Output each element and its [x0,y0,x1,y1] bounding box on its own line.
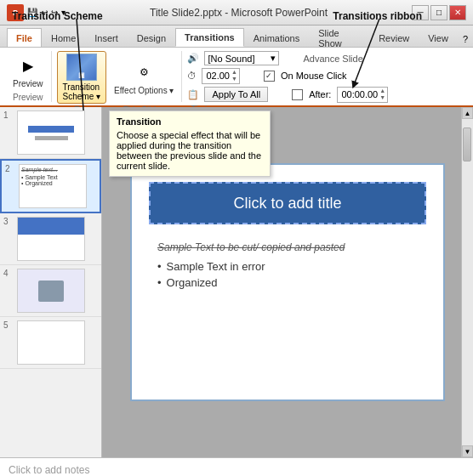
slide-panel: 1 2 Sample text... • Sample Text • Organ… [0,107,102,457]
close-button[interactable]: ✕ [449,5,466,20]
slide-title-placeholder: Click to add title [233,195,341,212]
office-logo: P [7,4,24,21]
scroll-up-button[interactable]: ▲ [462,107,473,119]
after-spinner[interactable]: ▲ ▼ [379,88,385,102]
after-down[interactable]: ▼ [379,94,385,101]
window-controls: ─ □ ✕ [412,5,466,20]
main-area: 1 2 Sample text... • Sample Text • Organ… [0,107,473,457]
undo-icon[interactable]: ↩ [41,8,48,17]
duration-up[interactable]: ▲ [231,69,237,76]
sound-icon: 🔊 [187,53,199,64]
apply-to-all-button[interactable]: Apply To All [204,87,268,102]
duration-input[interactable]: 02.00 ▲ ▼ [202,68,239,84]
save-icon[interactable]: 💾 [27,8,37,17]
redo-icon[interactable]: ↪ [51,8,58,17]
scroll-down-button[interactable]: ▼ [462,445,473,457]
slide-thumb-4[interactable]: 4 [0,265,101,317]
title-bar: P 💾 ↩ ↪ ▾ Title Slide2.pptx - Microsoft … [0,0,473,26]
on-mouse-click-checkbox[interactable] [264,71,275,82]
minimize-button[interactable]: ─ [412,5,429,20]
tab-file[interactable]: File [7,28,42,47]
slide-preview-2: Sample text... • Sample Text • Organized [19,164,87,208]
effect-options-icon: ⚙ [132,60,156,84]
slide-title-area[interactable]: Click to add title [149,182,426,224]
slide-thumb-2[interactable]: 2 Sample text... • Sample Text • Organiz… [0,159,101,213]
preview-group-label: Preview [9,91,48,102]
on-mouse-click-label: On Mouse Click [281,71,347,81]
effect-options-button[interactable]: ⚙ Effect Options ▾ [110,58,178,98]
clock-icon: ⏱ [187,71,197,81]
maximize-button[interactable]: □ [430,5,447,20]
tooltip-body: Choose a special effect that will be app… [117,130,263,171]
scroll-track[interactable] [462,119,473,445]
bullet-text-2: Organized [167,276,218,289]
preview-icon: ▶ [16,54,40,77]
quick-access-toolbar[interactable]: 💾 ↩ ↪ ▾ [27,8,66,17]
after-label: After: [309,89,331,99]
tooltip-title: Transition [117,116,263,127]
after-checkbox[interactable] [292,89,303,100]
slide-preview-3 [17,217,85,261]
strikethrough-text: Sample Text to be cut/ copied and pasted [157,241,418,253]
transition-scheme-label: TransitionScheme ▾ [63,82,100,101]
timing-group-content: 🔊 [No Sound] ▾ Advance Slide ⏱ 02.00 ▲ [187,51,464,103]
tab-slideshow[interactable]: Slide Show [309,28,369,47]
slide-preview-4 [17,269,85,313]
slide-num-1: 1 [3,110,14,120]
duration-spinner[interactable]: ▲ ▼ [231,69,237,83]
tab-animations[interactable]: Animations [244,28,309,47]
after-input[interactable]: 00:00.00 ▲ ▼ [337,87,388,103]
bullet-dot-2: • [157,276,162,289]
scroll-thumb[interactable] [463,128,471,162]
notes-area-wrapper: Click to add notes [0,457,473,476]
title-bar-left: P 💾 ↩ ↪ ▾ [7,4,66,21]
right-scrollbar[interactable]: ▲ ▼ [461,107,473,457]
effect-options-label: Effect Options ▾ [114,86,174,95]
main-slide-area: Transition Choose a special effect that … [102,107,473,457]
tab-review[interactable]: Review [369,28,419,47]
tab-insert[interactable]: Insert [85,28,128,47]
tab-design[interactable]: Design [128,28,175,47]
preview-label: Preview [13,79,43,88]
slide-thumb-3[interactable]: 3 [0,213,101,265]
preview-group: ▶ Preview Preview [5,51,52,102]
slide-thumb-5[interactable]: 5 [0,317,101,369]
ribbon-tabs: File Home Insert Design Transitions Anim… [0,26,473,48]
tab-transitions[interactable]: Transitions [175,28,244,47]
bullet-1: • Sample Text in error [157,260,418,273]
duration-row: ⏱ 02.00 ▲ ▼ On Mouse Click [187,68,464,84]
ribbon: ▶ Preview Preview ▣ TransitionScheme ▾ [0,48,473,107]
sound-row: 🔊 [No Sound] ▾ Advance Slide [187,51,464,65]
tab-home[interactable]: Home [42,28,85,47]
bullet-dot-1: • [157,260,162,273]
slide-preview-5 [17,320,85,365]
slide-num-5: 5 [3,320,14,330]
slide-num-2: 2 [5,164,15,173]
transition-scheme-icon: ▣ [66,54,97,81]
tab-view[interactable]: View [419,28,458,47]
timing-group: 🔊 [No Sound] ▾ Advance Slide ⏱ 02.00 ▲ [184,51,468,102]
duration-down[interactable]: ▼ [231,76,237,82]
slide-canvas: Click to add title Sample Text to be cut… [130,163,445,401]
transition-scheme-button[interactable]: ▣ TransitionScheme ▾ [57,51,106,104]
slide-thumb-1[interactable]: 1 [0,107,101,159]
preview-button[interactable]: ▶ Preview [9,51,48,91]
transition-group-content: ▣ TransitionScheme ▾ ⚙ Effect Options ▾ [57,51,179,104]
advance-slide-label: Advance Slide [303,54,362,64]
bullet-2: • Organized [157,276,418,289]
apply-icon: 📋 [187,89,199,100]
help-icon[interactable]: ? [458,31,473,47]
window-title: Title Slide2.pptx - Microsoft PowerPoint [66,7,412,19]
slide-content-area: Sample Text to be cut/ copied and pasted… [132,233,443,400]
slide-canvas-wrapper: Click to add title Sample Text to be cut… [130,163,445,401]
after-up[interactable]: ▲ [379,88,385,94]
slide-preview-1 [17,110,85,155]
apply-row: 📋 Apply To All After: 00:00.00 ▲ ▼ [187,87,464,103]
sound-dropdown[interactable]: [No Sound] ▾ [204,51,279,65]
slide-num-3: 3 [3,217,14,226]
transition-group: ▣ TransitionScheme ▾ ⚙ Effect Options ▾ … [54,51,183,102]
notes-area[interactable]: Click to add notes [0,458,473,476]
bullet-text-1: Sample Text in error [167,260,265,273]
tooltip-box: Transition Choose a special effect that … [109,110,271,177]
slide-num-4: 4 [3,269,14,278]
